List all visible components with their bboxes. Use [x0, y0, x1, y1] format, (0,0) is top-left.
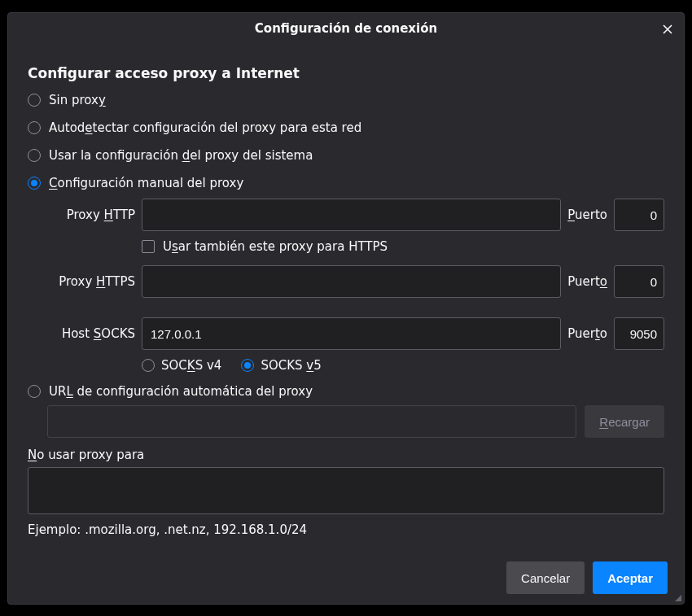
radio-autodetect[interactable]: Autodetectar configuración del proxy par…	[28, 120, 664, 135]
radio-manual-proxy[interactable]: Configuración manual del proxy	[28, 176, 664, 190]
accept-button[interactable]: Aceptar	[593, 561, 668, 594]
radio-icon	[28, 177, 41, 190]
https-proxy-label: Proxy HTTPS	[28, 274, 135, 289]
radio-icon	[28, 149, 41, 162]
auto-config-url-input[interactable]	[47, 405, 576, 438]
radio-no-proxy[interactable]: Sin proxy	[28, 93, 664, 107]
radio-auto-config-url[interactable]: URL de configuración automática del prox…	[28, 384, 664, 399]
radio-label: Usar la configuración del proxy del sist…	[49, 148, 313, 163]
close-button[interactable]	[658, 20, 677, 39]
radio-label: Configuración manual del proxy	[49, 176, 243, 190]
https-port-label: Puerto	[567, 274, 607, 289]
http-port-label: Puerto	[567, 208, 607, 222]
radio-icon	[28, 121, 41, 134]
connection-settings-dialog: Configuración de conexión Configurar acc…	[7, 12, 685, 605]
radio-socks-v4[interactable]: SOCKS v4	[142, 358, 221, 373]
http-port-input[interactable]	[614, 199, 664, 231]
radio-icon	[241, 359, 254, 372]
radio-icon	[28, 94, 41, 107]
radio-socks-v5[interactable]: SOCKS v5	[241, 358, 321, 373]
http-proxy-input[interactable]	[142, 199, 561, 231]
https-proxy-input[interactable]	[142, 265, 561, 298]
https-port-input[interactable]	[614, 265, 664, 298]
https-proxy-row: Proxy HTTPS Puerto	[28, 265, 664, 298]
socks-port-label: Puerto	[567, 326, 607, 341]
radio-label: SOCKS v4	[161, 358, 221, 373]
socks-host-label: Host SOCKS	[28, 326, 135, 341]
dialog-body: Configurar acceso proxy a Internet Sin p…	[8, 44, 684, 557]
radio-icon	[28, 385, 41, 398]
radio-label: Sin proxy	[49, 93, 106, 107]
radio-label: SOCKS v5	[261, 358, 321, 373]
radio-label: Autodetectar configuración del proxy par…	[49, 120, 361, 135]
no-proxy-example: Ejemplo: .mozilla.org, .net.nz, 192.168.…	[28, 522, 664, 537]
dialog-header: Configuración de conexión	[8, 13, 684, 44]
http-proxy-label: Proxy HTTP	[28, 208, 135, 222]
resize-handle[interactable]	[672, 592, 683, 603]
section-heading: Configurar acceso proxy a Internet	[28, 65, 664, 81]
no-proxy-textarea[interactable]	[28, 467, 664, 514]
cancel-button[interactable]: Cancelar	[506, 561, 585, 594]
http-proxy-row: Proxy HTTP Puerto	[28, 199, 664, 231]
dialog-footer: Cancelar Aceptar	[8, 557, 684, 604]
socks-host-input[interactable]	[142, 317, 561, 350]
reload-button[interactable]: Recargar	[585, 405, 664, 438]
socks-version-row: SOCKS v4 SOCKS v5	[135, 358, 664, 373]
close-icon	[661, 23, 674, 36]
use-for-https-checkbox[interactable]: Usar también este proxy para HTTPS	[135, 239, 664, 254]
socks-host-row: Host SOCKS Puerto	[28, 317, 664, 350]
checkbox-icon	[142, 240, 155, 253]
socks-port-input[interactable]	[614, 317, 664, 350]
checkbox-label: Usar también este proxy para HTTPS	[163, 239, 388, 254]
auto-config-url-row: Recargar	[47, 405, 664, 438]
radio-system-proxy[interactable]: Usar la configuración del proxy del sist…	[28, 148, 664, 163]
no-proxy-label: No usar proxy para	[28, 448, 664, 462]
radio-icon	[142, 359, 155, 372]
dialog-title: Configuración de conexión	[255, 21, 437, 36]
radio-label: URL de configuración automática del prox…	[49, 384, 313, 399]
